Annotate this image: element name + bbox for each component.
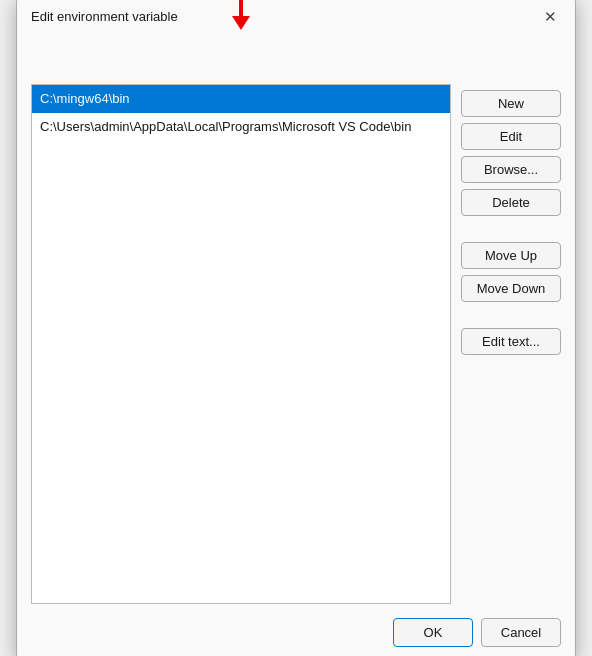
titlebar: Edit environment variable ✕ — [17, 0, 575, 36]
spacer — [461, 222, 561, 236]
move-up-button[interactable]: Move Up — [461, 242, 561, 269]
browse-button[interactable]: Browse... — [461, 156, 561, 183]
arrow-area — [31, 36, 451, 84]
dialog-body: C:\mingw64\bin C:\Users\admin\AppData\Lo… — [17, 36, 575, 618]
new-button[interactable]: New — [461, 90, 561, 117]
spacer — [461, 308, 561, 322]
edit-env-variable-dialog: Edit environment variable ✕ C:\mingw64\b… — [16, 0, 576, 656]
arrow-shaft — [239, 0, 243, 16]
env-variable-list[interactable]: C:\mingw64\bin C:\Users\admin\AppData\Lo… — [31, 84, 451, 604]
ok-button[interactable]: OK — [393, 618, 473, 647]
arrow-indicator — [232, 0, 250, 30]
dialog-title: Edit environment variable — [31, 9, 178, 24]
edit-button[interactable]: Edit — [461, 123, 561, 150]
move-down-button[interactable]: Move Down — [461, 275, 561, 302]
delete-button[interactable]: Delete — [461, 189, 561, 216]
close-button[interactable]: ✕ — [539, 6, 561, 28]
list-item[interactable]: C:\Users\admin\AppData\Local\Programs\Mi… — [32, 113, 450, 142]
cancel-button[interactable]: Cancel — [481, 618, 561, 647]
arrow-head — [232, 16, 250, 30]
action-buttons: New Edit Browse... Delete Move Up Move D… — [461, 36, 561, 604]
list-item[interactable]: C:\mingw64\bin — [32, 85, 450, 114]
edit-text-button[interactable]: Edit text... — [461, 328, 561, 355]
footer: OK Cancel — [17, 618, 575, 657]
